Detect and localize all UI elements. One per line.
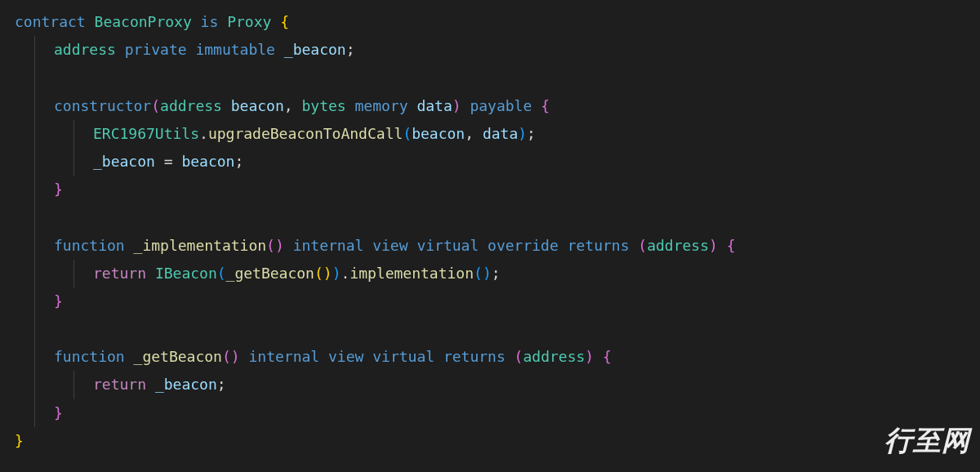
brace: } — [54, 404, 63, 421]
code-line: } — [15, 399, 965, 427]
paren: () — [314, 265, 332, 282]
watermark-text: 行至网 — [884, 414, 970, 467]
code-line: _beacon = beacon; — [15, 148, 965, 176]
punct: , — [284, 97, 293, 114]
brace: { — [727, 237, 736, 254]
code-line: function _implementation() internal view… — [15, 232, 965, 260]
type: bytes — [301, 97, 345, 114]
keyword: is — [201, 13, 219, 30]
code-line: return IBeacon(_getBeacon()).implementat… — [15, 260, 965, 287]
variable: beacon — [181, 153, 234, 170]
class-name: ERC1967Utils — [93, 125, 199, 142]
operator: = — [164, 153, 173, 170]
paren: ) — [518, 125, 527, 142]
brace: } — [54, 292, 63, 309]
brace: { — [280, 13, 289, 30]
keyword: returns — [568, 237, 630, 254]
punct: ; — [346, 41, 355, 58]
variable: data — [483, 125, 518, 142]
paren: ) — [452, 97, 461, 114]
keyword: virtual — [372, 348, 434, 365]
class-name: Proxy — [227, 13, 271, 30]
keyword: returns — [443, 348, 506, 365]
class-name: BeaconProxy — [95, 13, 192, 30]
paren: ( — [514, 348, 523, 365]
code-line: ERC1967Utils.upgradeBeaconToAndCall(beac… — [15, 120, 965, 148]
keyword: internal — [248, 348, 319, 365]
type: address — [160, 97, 222, 114]
function-call: implementation — [350, 265, 474, 282]
code-line: contract BeaconProxy is Proxy { — [15, 8, 965, 36]
variable: _beacon — [155, 376, 217, 393]
blank-line — [15, 315, 965, 343]
keyword: internal — [293, 237, 364, 254]
code-line: } — [15, 427, 965, 455]
variable: _beacon — [93, 153, 155, 170]
keyword: immutable — [195, 41, 275, 58]
paren: () — [266, 237, 284, 254]
keyword: contract — [15, 13, 86, 30]
paren: ( — [638, 237, 647, 254]
paren: () — [474, 265, 492, 282]
type: address — [54, 41, 116, 58]
code-line: address private immutable _beacon; — [15, 36, 965, 64]
blank-line — [15, 203, 965, 231]
keyword: payable — [470, 97, 532, 114]
code-block: contract BeaconProxy is Proxy { address … — [15, 8, 965, 455]
punct: . — [199, 125, 208, 142]
punct: ; — [217, 376, 226, 393]
keyword: function — [54, 348, 125, 365]
brace: { — [603, 348, 612, 365]
paren: ( — [151, 97, 160, 114]
keyword: return — [93, 265, 146, 282]
keyword: memory — [355, 97, 408, 114]
brace: } — [15, 432, 24, 449]
code-line: } — [15, 287, 965, 315]
code-line: } — [15, 176, 965, 203]
function-call: _getBeacon — [226, 265, 314, 282]
variable: beacon — [412, 125, 465, 142]
function-name: _getBeacon — [134, 348, 222, 365]
code-line: return _beacon; — [15, 371, 965, 399]
function-name: _implementation — [134, 237, 267, 254]
keyword: view — [328, 348, 363, 365]
blank-line — [15, 64, 965, 91]
punct: , — [465, 125, 474, 142]
code-line: function _getBeacon() internal view virt… — [15, 343, 965, 371]
keyword: return — [93, 376, 146, 393]
keyword: function — [54, 237, 125, 254]
punct: ; — [492, 265, 501, 282]
paren: ( — [217, 265, 226, 282]
paren: ) — [332, 265, 341, 282]
function-call: upgradeBeaconToAndCall — [208, 125, 403, 142]
keyword: override — [488, 237, 559, 254]
keyword: private — [125, 41, 187, 58]
paren: () — [222, 348, 240, 365]
paren: ) — [709, 237, 718, 254]
punct: . — [341, 265, 350, 282]
keyword: virtual — [416, 237, 479, 254]
type: address — [647, 237, 709, 254]
type: address — [523, 348, 585, 365]
class-name: IBeacon — [155, 265, 217, 282]
paren: ( — [403, 125, 412, 142]
punct: ; — [234, 153, 243, 170]
code-line: constructor(address beacon, bytes memory… — [15, 92, 965, 120]
keyword: view — [372, 237, 408, 254]
keyword: constructor — [54, 97, 151, 114]
param: data — [416, 97, 452, 114]
variable: _beacon — [284, 41, 346, 58]
brace: } — [54, 180, 63, 198]
punct: ; — [527, 125, 536, 142]
param: beacon — [231, 97, 284, 114]
brace: { — [541, 97, 550, 114]
paren: ) — [585, 348, 594, 365]
